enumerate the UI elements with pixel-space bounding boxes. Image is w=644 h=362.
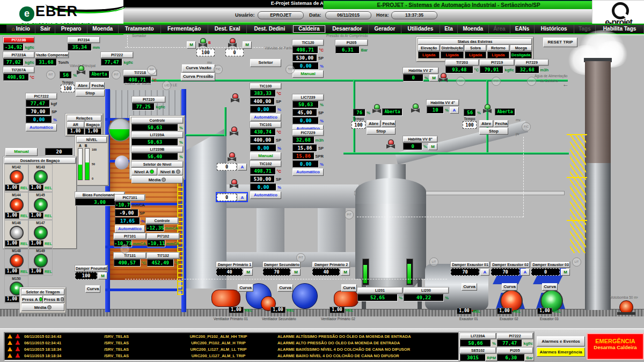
tab-fermenta-o[interactable]: Fermentação [161, 25, 208, 33]
vv8-valve-icon[interactable] [386, 139, 395, 149]
partida-valve-1-setpoint[interactable]: 100 [196, 49, 215, 56]
tab-tratamento[interactable]: Tratamento [119, 25, 161, 33]
partida-valve-2-setpoint[interactable]: 0 [225, 49, 244, 56]
damper-value[interactable]: 70 [451, 268, 479, 276]
curva-vazao-button[interactable]: Curva Vazão [182, 64, 215, 72]
mode-toggle-button[interactable]: A [521, 269, 530, 276]
curva-button-de2[interactable]: Curva [502, 283, 517, 291]
habilita-value[interactable]: 0 [403, 143, 422, 150]
dosador-m144[interactable]: M1441,00REL [4, 192, 28, 220]
mode-toggle-button[interactable]: M [98, 272, 107, 279]
mode-toggle-button[interactable]: M [561, 269, 570, 276]
tab-sair[interactable]: Sair [35, 25, 55, 33]
mode-toggle-button[interactable]: A [480, 269, 489, 276]
nivel-media-button[interactable]: Média [131, 176, 183, 183]
valve-right-icon[interactable] [483, 104, 492, 114]
stop-button[interactable]: Stop [76, 90, 105, 97]
habilita-value[interactable]: 10 [427, 106, 444, 114]
tab-utilidades[interactable]: Utilidades [401, 25, 441, 33]
esteira-header[interactable]: Distribuição [441, 45, 463, 51]
mode-toggle-button[interactable]: A [238, 194, 247, 201]
damper-value[interactable]: 70 [263, 268, 290, 276]
fecha-button[interactable]: Fecha [382, 120, 396, 127]
tab-dest-exal[interactable]: Dest. Exal [208, 25, 247, 33]
mode-toggle-button[interactable]: M [291, 269, 301, 276]
mode-toggle-button[interactable]: M [341, 269, 350, 276]
nivel-b-button[interactable]: Nível B [158, 168, 184, 175]
partida-valve-1-icon[interactable] [199, 38, 207, 48]
tempo-value[interactable]: 100 [61, 85, 75, 92]
damper-value[interactable]: 40 [312, 268, 340, 276]
esteira-header[interactable]: Retorno [487, 45, 509, 51]
curva-button-dp2[interactable]: Curva [341, 284, 357, 292]
tiragem-media-button[interactable]: Média [21, 304, 64, 311]
tab-gerador[interactable]: Gerador [369, 25, 401, 33]
alarmes-emergencia-button[interactable]: Alarmes Emergência [537, 348, 585, 357]
lower-valve-icon[interactable] [230, 179, 238, 189]
dosador-m146[interactable]: M1461,00REL [4, 220, 28, 248]
dosador-m145[interactable]: M1451,00REL [28, 192, 53, 220]
tab-desaerador[interactable]: Desaerador [326, 25, 369, 33]
fecha-button[interactable]: Fecha [494, 120, 508, 127]
partida-valve-2-icon[interactable] [228, 38, 237, 48]
press-b-button[interactable]: Press B [43, 295, 65, 303]
nivel-a-button[interactable]: Nível A [131, 168, 157, 175]
alarm-row[interactable]: 06/11/2015 02:34:41/SRV_TELASURC200_PI10… [5, 339, 458, 346]
mode-button[interactable]: Manual [250, 152, 281, 160]
dosador-m148[interactable]: M1481,00REL [4, 248, 28, 276]
press-a-button[interactable]: Press A [21, 295, 43, 303]
mode-toggle-button[interactable]: M [428, 143, 437, 150]
curva-button-de3[interactable]: Curva [542, 283, 558, 291]
curva-button-dpneu[interactable]: Curva [85, 285, 100, 293]
mode-toggle-button[interactable]: M [429, 75, 438, 82]
mode-button[interactable]: Automático [250, 114, 281, 121]
tic101-valve-icon[interactable] [230, 127, 238, 136]
dosador-m142[interactable]: M1421,00REL [4, 164, 28, 192]
abre-button[interactable]: Abre [76, 82, 90, 89]
alarm-row[interactable]: 04/11/2015 18:18:34/SRV_TELASURC200_LI12… [5, 346, 458, 352]
mode-button[interactable]: Automático [115, 225, 145, 233]
tab-eans[interactable]: EANs [510, 25, 535, 33]
tempo-value[interactable]: 100 [352, 121, 365, 129]
abre-button[interactable]: Abre [367, 120, 380, 127]
alarmes-eventos-button[interactable]: Alarmes e Eventos [537, 336, 585, 346]
mode-button[interactable]: Automático [250, 191, 281, 199]
setpoint-input[interactable]: 0 [217, 194, 237, 201]
mode-button[interactable]: Automático [292, 168, 324, 176]
dosador-m143[interactable]: M1431,00REL [28, 164, 53, 192]
seletor-button[interactable]: Seletor [250, 59, 281, 67]
valvula-principal-icon[interactable] [77, 65, 85, 75]
mode-toggle-button[interactable]: A [238, 164, 247, 171]
esteira-header[interactable]: Moega [510, 45, 532, 51]
tab-in-cio[interactable]: ⌂Início [6, 25, 35, 33]
curva-button-dp1[interactable]: Curva [238, 284, 253, 292]
valve-left-icon[interactable] [372, 104, 381, 114]
tab-hist-ricos[interactable]: Históricos [535, 25, 574, 33]
damper-value[interactable]: 100 [75, 272, 97, 279]
fecha-button[interactable]: Fecha [91, 82, 105, 89]
tic102-valve-icon[interactable] [228, 152, 236, 162]
tempo-value[interactable]: 100 [463, 121, 477, 129]
mode-button[interactable]: Automático [26, 124, 57, 131]
alarm-row[interactable]: 04/11/2015 18:18:34/SRV_TELASURC200_LI12… [5, 352, 458, 359]
alarm-row[interactable]: 06/11/2015 02:34:43/SRV_TELASURC200_PI10… [5, 333, 458, 339]
curva-button-ds[interactable]: Curva [277, 284, 293, 292]
emergencia-button[interactable]: EMERGÊNCIA Desarma Caldeira [587, 333, 644, 360]
vv4-valve-icon[interactable] [411, 104, 420, 113]
esteira-header[interactable]: Elevação [418, 45, 440, 51]
tab-preparo[interactable]: Preparo [55, 25, 87, 33]
dosador-m149[interactable]: M1491,00REL [28, 248, 53, 276]
dosador-m147[interactable]: M1471,00REL [28, 220, 53, 248]
m-button-2[interactable]: M [243, 41, 252, 49]
esteira-header[interactable]: Sobra [465, 45, 486, 51]
setpoint-input[interactable]: 0 [217, 163, 237, 171]
mode-toggle-button[interactable]: A [450, 107, 459, 114]
tab-moenda[interactable]: Moenda [87, 25, 119, 33]
damper-value[interactable]: 40 [216, 268, 243, 276]
habilita-value[interactable]: 0 [403, 74, 423, 82]
relacao-manual-value[interactable]: 20 [45, 148, 73, 156]
abre-button[interactable]: Abre [479, 120, 493, 127]
m-button-1[interactable]: M [187, 41, 196, 49]
manual-button[interactable]: Manual [5, 148, 38, 156]
damper-value[interactable]: 70 [491, 268, 519, 276]
